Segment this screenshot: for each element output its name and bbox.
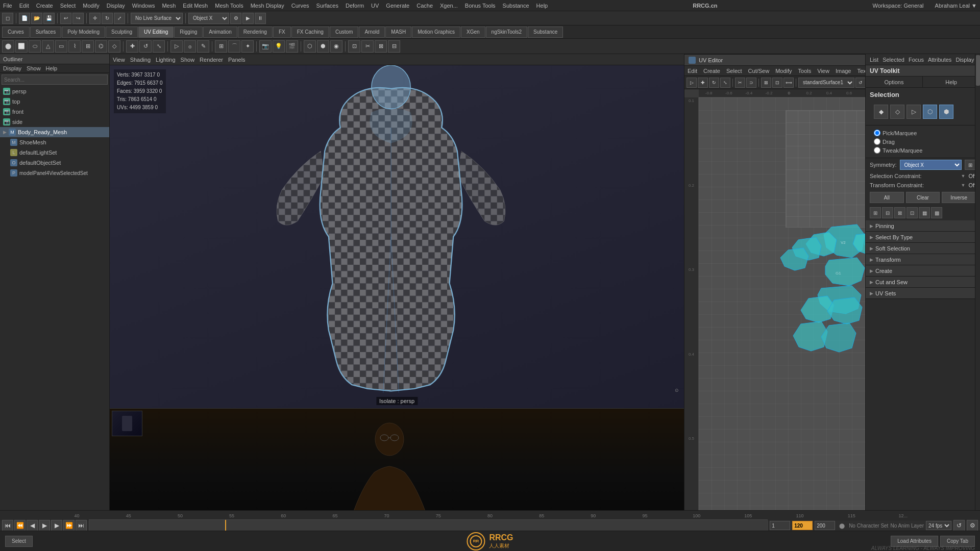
ico-uv-cut[interactable]: ✂ (361, 40, 374, 53)
layout-icon-3[interactable]: ⊠ (894, 207, 905, 218)
tab-poly-modeling[interactable]: Poly Modeling (62, 27, 105, 38)
uv-menu-tools[interactable]: Tools (798, 68, 812, 74)
menu-edit[interactable]: Edit (19, 3, 29, 9)
pinning-section-header[interactable]: ▶ Pinning (866, 220, 980, 232)
ico-uv-straighten[interactable]: ⊟ (388, 40, 400, 53)
ico-move[interactable]: ✚ (126, 40, 138, 53)
tab-ngskintools2[interactable]: ngSkinTools2 (486, 27, 527, 38)
ico-wireframe[interactable]: ⬢ (317, 40, 329, 53)
prev-frame-btn[interactable]: ⏪ (14, 520, 26, 531)
toolbar-save[interactable]: 💾 (43, 13, 55, 24)
pick-marquee-radio[interactable] (874, 130, 880, 136)
inverse-btn[interactable]: Inverse (942, 192, 976, 203)
tab-fx[interactable]: FX (273, 27, 291, 38)
uv-menu-select[interactable]: Select (726, 68, 742, 74)
rp-list-tab[interactable]: List (870, 57, 878, 63)
layout-icon-2[interactable]: ⊟ (882, 207, 893, 218)
right-panel-scrollbar[interactable] (975, 54, 980, 520)
timeline-end-input[interactable] (815, 521, 835, 530)
outliner-item-model-panel-set[interactable]: P modelPanel4ViewSelectedSet (0, 168, 109, 178)
outliner-item-default-light-set[interactable]: L defaultLightSet (0, 147, 109, 158)
uv-menu-cutsew[interactable]: Cut/Sew (748, 68, 770, 74)
menu-curves[interactable]: Curves (291, 3, 309, 9)
ico-uv-layout[interactable]: ⊡ (348, 40, 360, 53)
symmetry-extra-btn[interactable]: ⊞ (965, 160, 976, 170)
sel-constraint-arrow[interactable]: ▼ (961, 173, 966, 179)
live-surface-dropdown[interactable]: No Live Surface (131, 13, 183, 24)
outliner-item-front[interactable]: 📷 front (0, 107, 109, 117)
menu-select[interactable]: Select (60, 3, 76, 9)
toolbar-rotate[interactable]: ↻ (102, 13, 113, 24)
menu-display[interactable]: Display (107, 3, 125, 9)
tab-mash[interactable]: MASH (385, 27, 411, 38)
layout-icon-6[interactable]: ▩ (931, 207, 942, 218)
ico-nurbs[interactable]: ⌇ (68, 40, 81, 53)
ico-camera[interactable]: 📷 (259, 40, 272, 53)
ico-xray[interactable]: ⬡ (304, 40, 316, 53)
uv-tb-unfold[interactable]: ⊠ (761, 78, 771, 88)
ico-cone[interactable]: △ (42, 40, 54, 53)
uv-tb-scale[interactable]: ⤡ (720, 78, 730, 88)
sel-uv-icon[interactable]: ◆ (874, 105, 888, 119)
toolbar-select-btn[interactable]: ◻ (2, 13, 13, 24)
rp-selected-tab[interactable]: Selected (883, 57, 904, 63)
outliner-menu-help[interactable]: Help (46, 65, 58, 71)
ico-rotate[interactable]: ↺ (139, 40, 152, 53)
menu-file[interactable]: File (3, 3, 12, 9)
uv-menu-create[interactable]: Create (703, 68, 720, 74)
ico-cylinder[interactable]: ⬭ (29, 40, 41, 53)
rp-display-tab[interactable]: Display (955, 57, 974, 63)
tweak-radio[interactable] (874, 147, 880, 154)
drag-radio[interactable] (874, 138, 880, 145)
tab-animation[interactable]: Animation (203, 27, 237, 38)
menu-edit-mesh[interactable]: Edit Mesh (183, 3, 208, 9)
ico-deform[interactable]: ⌬ (95, 40, 107, 53)
next-frame-btn[interactable]: ⏩ (63, 520, 75, 531)
ico-plane[interactable]: ▭ (55, 40, 67, 53)
outliner-item-body-ready-mesh[interactable]: ▶ M Body_Ready_Mesh (0, 127, 109, 137)
sel-face-icon[interactable]: ⬡ (923, 105, 937, 119)
toolbar-open[interactable]: 📂 (31, 13, 42, 24)
vp-menu-renderer[interactable]: Renderer (200, 57, 223, 63)
timeline-start-input[interactable] (770, 521, 790, 530)
tab-arnold[interactable]: Arnold (359, 27, 385, 38)
sel-vert-icon[interactable]: ◇ (890, 105, 904, 119)
vp-menu-shading[interactable]: Shading (130, 57, 151, 63)
transform-section-header[interactable]: ▶ Transform (866, 254, 980, 265)
uv-toolkit-options-tab[interactable]: Options (866, 77, 923, 87)
menu-substance[interactable]: Substance (503, 3, 529, 9)
uv-tb-cut[interactable]: ⊃ (746, 78, 756, 88)
uv-tb-layout[interactable]: ⊡ (772, 78, 782, 88)
ico-cube[interactable]: ⬜ (15, 40, 28, 53)
all-btn[interactable]: All (870, 192, 904, 203)
uv-sets-header[interactable]: ▶ UV Sets (866, 288, 980, 299)
vp-menu-panels[interactable]: Panels (228, 57, 246, 63)
tab-rendering[interactable]: Rendering (238, 27, 273, 38)
ico-select-v[interactable]: ▷ (170, 40, 183, 53)
transform-constraint-arrow[interactable]: ▼ (961, 183, 966, 188)
uv-tb-select[interactable]: ▷ (687, 78, 697, 88)
tab-custom[interactable]: Custom (330, 27, 358, 38)
vp-menu-show[interactable]: Show (181, 57, 195, 63)
uv-tb-reload[interactable]: ↺ (855, 78, 866, 88)
cut-and-sew-header[interactable]: ▶ Cut and Sew (866, 277, 980, 288)
menu-deform[interactable]: Deform (346, 3, 364, 9)
tab-curves[interactable]: Curves (2, 27, 30, 38)
anim-prefs-btn[interactable]: ⚙ (967, 520, 978, 531)
create-section-header[interactable]: ▶ Create (866, 265, 980, 277)
uv-tb-flip[interactable]: ⟺ (783, 78, 794, 88)
ico-wire[interactable]: ◇ (108, 40, 120, 53)
ico-uv-unfold[interactable]: ⊠ (375, 40, 387, 53)
rp-focus-tab[interactable]: Focus (909, 57, 924, 63)
viewport-3d[interactable]: Verts: 3967 3317 0 Edges: 7915 6637 0 Fa… (110, 65, 684, 408)
go-start-btn[interactable]: ⏮ (2, 520, 13, 531)
toolbar-render[interactable]: ▶ (242, 13, 254, 24)
tab-surfaces[interactable]: Surfaces (30, 27, 61, 38)
menu-mesh-tools[interactable]: Mesh Tools (215, 3, 243, 9)
menu-modify[interactable]: Modify (83, 3, 99, 9)
ico-sphere[interactable]: ⬤ (2, 40, 14, 53)
ico-snap-point[interactable]: ✦ (241, 40, 254, 53)
uv-menu-view[interactable]: View (817, 68, 829, 74)
menu-help[interactable]: Help (536, 3, 548, 9)
toolbar-new[interactable]: 📄 (19, 13, 30, 24)
